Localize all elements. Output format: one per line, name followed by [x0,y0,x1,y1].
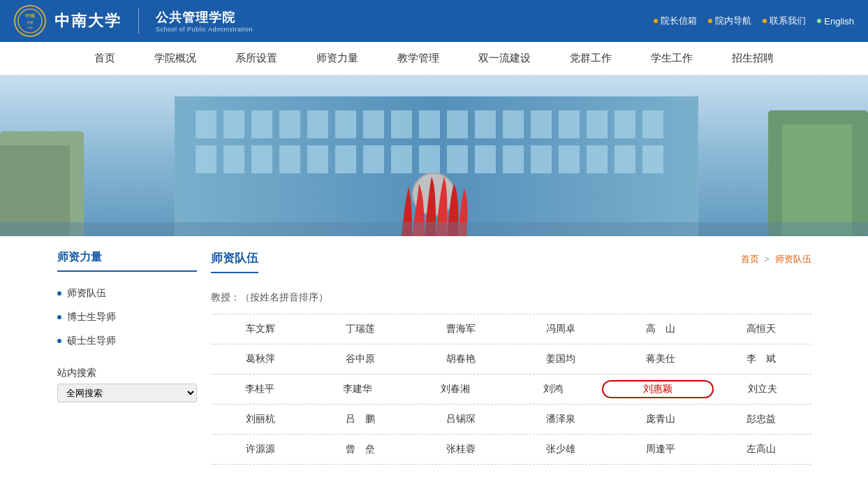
sidebar-item-faculty-team[interactable]: 师资队伍 [57,282,197,305]
list-item[interactable]: 李建华 [309,380,406,398]
svg-rect-36 [447,145,468,173]
svg-rect-8 [782,124,852,236]
sidebar-item-master-supervisor[interactable]: 硕士生导师 [57,329,197,353]
list-item[interactable]: 刘丽杭 [211,410,311,428]
sidebar-item-faculty-team-label: 师资队伍 [67,287,106,300]
search-label: 站内搜索 [57,367,197,379]
breadcrumb-separator: > [764,254,772,264]
svg-rect-21 [503,110,524,138]
svg-rect-37 [475,145,496,173]
list-item[interactable]: 刘鸿 [504,380,602,398]
nav-home[interactable]: 首页 [89,42,121,75]
list-item[interactable]: 葛秋萍 [211,350,311,368]
logo-area: 中南 大学 CSU 中南大学 公共管理学院 School of Public A… [14,5,253,37]
search-select[interactable]: 全网搜索 [57,384,197,402]
list-item[interactable]: 胡春艳 [411,350,510,368]
list-item[interactable]: 丁瑞莲 [311,320,411,338]
sidebar-item-phd-supervisor-label: 博士生导师 [67,311,116,324]
table-row: 车文辉 丁瑞莲 曹海军 冯周卓 高 山 高恒天 [211,314,811,344]
school-name: 公共管理学院 School of Public Administration [156,9,253,33]
list-item[interactable]: 曾 垒 [311,440,411,458]
table-row: 许源源 曾 垒 张桂蓉 张少雄 周逢平 左高山 [211,435,811,465]
university-name: 中南大学 [54,10,122,31]
list-item[interactable]: 曹海军 [411,320,510,338]
svg-rect-45 [0,222,868,236]
svg-rect-17 [391,110,412,138]
highlighted-professor[interactable]: 刘惠颖 [602,380,714,398]
nav-party[interactable]: 党群工作 [564,42,617,75]
svg-text:CSU: CSU [27,26,34,29]
list-item[interactable]: 彭忠益 [711,410,811,428]
header-nav-mailbox-label: 院长信箱 [661,15,697,27]
dot-icon [763,19,767,23]
list-item[interactable]: 李桂平 [211,380,309,398]
nav-teaching[interactable]: 教学管理 [392,42,445,75]
logo-divider [138,8,139,34]
sidebar-item-master-supervisor-label: 硕士生导师 [67,335,116,347]
list-item[interactable]: 庞青山 [611,410,711,428]
list-item[interactable]: 冯周卓 [510,320,610,338]
svg-rect-16 [363,110,384,138]
university-logo: 中南 大学 CSU [14,5,46,37]
list-item[interactable]: 吕锡琛 [411,410,510,428]
list-item[interactable]: 吕 鹏 [311,410,411,428]
list-item[interactable]: 刘春湘 [406,380,504,398]
hero-banner [0,75,868,236]
svg-rect-43 [642,145,663,173]
breadcrumb-home[interactable]: 首页 [741,254,759,264]
dot-icon [817,19,821,23]
svg-rect-12 [251,110,272,138]
svg-text:中南: 中南 [25,13,35,19]
list-item[interactable]: 许源源 [211,440,311,458]
header-nav-guide[interactable]: 院内导航 [708,15,751,27]
list-item[interactable]: 高 山 [611,320,711,338]
sidebar-title: 师资力量 [57,250,197,272]
sidebar-item-phd-supervisor[interactable]: 博士生导师 [57,305,197,329]
dot-icon [708,19,712,23]
list-item[interactable]: 车文辉 [211,320,311,338]
header-nav-mailbox[interactable]: 院长信箱 [654,15,697,27]
nav-excellence[interactable]: 双一流建设 [473,42,536,75]
svg-rect-42 [615,145,635,173]
dot-icon [654,19,658,23]
list-item[interactable]: 张少雄 [510,440,610,458]
svg-rect-29 [251,145,272,173]
nav-enrollment[interactable]: 招生招聘 [726,42,779,75]
svg-rect-30 [279,145,300,173]
list-item[interactable]: 左高山 [711,440,811,458]
svg-rect-38 [503,145,524,173]
sidebar-menu: 师资队伍 博士生导师 硕士生导师 [57,282,197,353]
list-item[interactable]: 高恒天 [711,320,811,338]
svg-rect-13 [279,110,300,138]
list-item[interactable]: 张桂蓉 [411,440,510,458]
list-item[interactable]: 周逢平 [611,440,711,458]
svg-rect-10 [196,110,216,138]
list-item[interactable]: 姜国均 [510,350,610,368]
svg-rect-11 [223,110,244,138]
svg-rect-32 [335,145,356,173]
table-row: 李桂平 李建华 刘春湘 刘鸿 刘惠颖 刘立夫 [211,375,811,405]
content-area: 师资力量 师资队伍 博士生导师 硕士生导师 站内搜索 全网搜索 师资队伍 [50,236,818,479]
table-row: 刘丽杭 吕 鹏 吕锡琛 潘泽泉 庞青山 彭忠益 [211,405,811,435]
list-item[interactable]: 刘立夫 [714,380,811,398]
svg-rect-20 [475,110,496,138]
nav-students[interactable]: 学生工作 [645,42,698,75]
svg-rect-41 [587,145,608,173]
breadcrumb-current[interactable]: 师资队伍 [775,254,811,264]
sidebar-search: 站内搜索 全网搜索 [57,367,197,402]
svg-rect-34 [391,145,412,173]
nav-faculty[interactable]: 师资力量 [311,42,364,75]
site-header: 中南 大学 CSU 中南大学 公共管理学院 School of Public A… [0,0,868,42]
svg-rect-15 [335,110,356,138]
header-nav-contact[interactable]: 联系我们 [763,15,806,27]
nav-overview[interactable]: 学院概况 [149,42,202,75]
list-item[interactable]: 潘泽泉 [510,410,610,428]
main-content: 师资队伍 首页 > 师资队伍 教授：（按姓名拼音排序） 车文辉 丁瑞莲 曹海军 … [211,250,811,465]
svg-rect-35 [419,145,440,173]
list-item[interactable]: 谷中原 [311,350,411,368]
nav-departments[interactable]: 系所设置 [230,42,283,75]
svg-rect-25 [615,110,635,138]
header-nav-english[interactable]: English [817,16,854,27]
list-item[interactable]: 蒋美仕 [611,350,711,368]
list-item[interactable]: 李 斌 [711,350,811,368]
